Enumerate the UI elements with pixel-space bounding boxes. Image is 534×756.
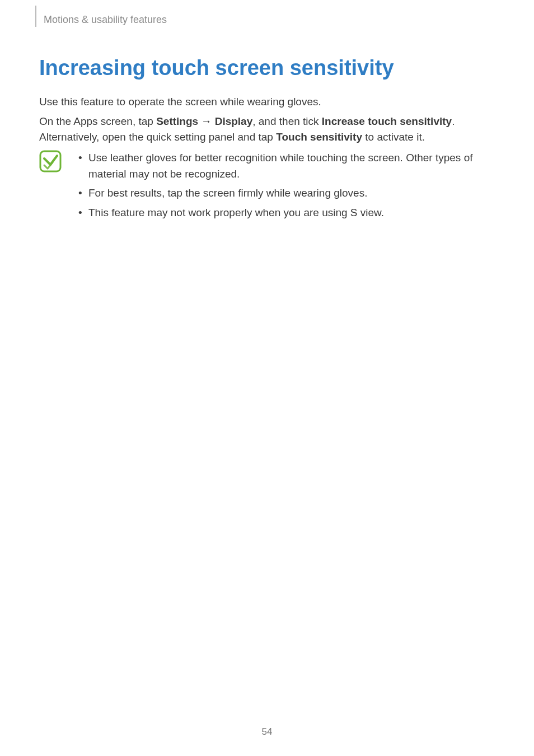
instruction-bold-settings: Settings bbox=[156, 115, 198, 127]
note-bullet-list: Use leather gloves for better recognitio… bbox=[77, 150, 497, 224]
instruction-bold-touch: Touch sensitivity bbox=[276, 131, 362, 143]
instruction-text: , and then tick bbox=[252, 115, 322, 127]
header-divider bbox=[35, 6, 36, 27]
note-bullet-item: Use leather gloves for better recognitio… bbox=[77, 150, 497, 182]
instruction-text: On the Apps screen, tap bbox=[39, 115, 156, 127]
instruction-bold-increase: Increase touch sensitivity bbox=[322, 115, 452, 127]
instruction-bold-display: Display bbox=[215, 115, 253, 127]
instruction-paragraph: On the Apps screen, tap Settings → Displ… bbox=[39, 114, 495, 144]
instruction-text: to activate it. bbox=[362, 131, 425, 143]
note-bullet-item: For best results, tap the screen firmly … bbox=[77, 185, 497, 202]
section-label: Motions & usability features bbox=[44, 14, 167, 26]
instruction-arrow: → bbox=[198, 115, 215, 127]
svg-rect-0 bbox=[40, 151, 60, 171]
intro-paragraph: Use this feature to operate the screen w… bbox=[39, 94, 495, 110]
note-icon bbox=[39, 150, 62, 172]
page-title: Increasing touch screen sensitivity bbox=[39, 56, 394, 80]
note-bullet-item: This feature may not work properly when … bbox=[77, 205, 497, 221]
page-number: 54 bbox=[0, 726, 534, 738]
